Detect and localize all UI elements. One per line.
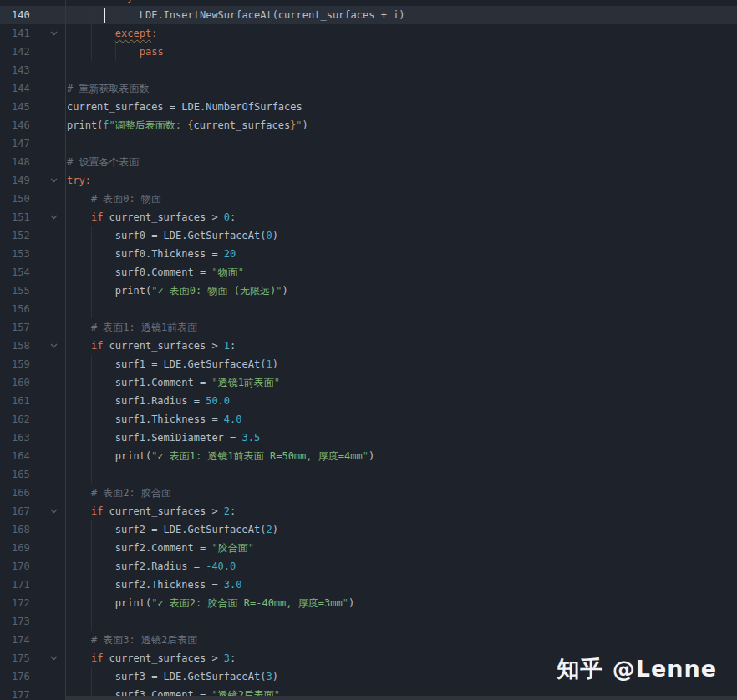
code-line[interactable]: 164 print("✓ 表面1: 透镜1前表面 R=50mm, 厚度=4mm"…	[0, 447, 737, 465]
line-number: 160	[12, 373, 30, 392]
code-text: print(f"调整后表面数: {current_surfaces}")	[66, 116, 737, 134]
code-token: except	[115, 28, 151, 39]
code-line[interactable]: 171 surf2.Thickness = 3.0	[0, 576, 737, 594]
code-token: pass	[140, 46, 164, 58]
code-line[interactable]: 153 surf0.Thickness = 20	[0, 245, 737, 263]
code-line[interactable]: 172 print("✓ 表面2: 胶合面 R=-40mm, 厚度=3mm")	[0, 594, 737, 612]
code-token: :	[230, 211, 236, 223]
indent-guide	[91, 539, 92, 557]
code-line[interactable]: 140 LDE.InsertNewSurfaceAt(current_surfa…	[0, 6, 737, 24]
code-token: :	[230, 340, 236, 352]
code-text: surf0 = LDE.GetSurfaceAt(0)	[66, 226, 737, 245]
code-line[interactable]: 145current_surfaces = LDE.NumberOfSurfac…	[0, 98, 737, 116]
gutter: 171	[0, 576, 66, 594]
code-token: surf1 = LDE.GetSurfaceAt(	[115, 358, 267, 370]
code-line[interactable]: 166 # 表面2: 胶合面	[0, 484, 737, 502]
code-token: 透镜1前表面	[218, 377, 274, 388]
code-token: print(	[115, 285, 151, 297]
code-line[interactable]: 155 print("✓ 表面0: 物面 (无限远)")	[0, 282, 737, 300]
fold-chevron-icon[interactable]	[47, 502, 60, 520]
indent-guide	[91, 245, 92, 263]
code-line[interactable]: 158 if current_surfaces > 1:	[0, 337, 737, 355]
code-line[interactable]: 162 surf1.Thickness = 4.0	[0, 410, 737, 429]
code-line[interactable]: 163 surf1.SemiDiameter = 3.5	[0, 429, 737, 447]
gutter: 159	[0, 355, 66, 373]
indent-guide	[91, 465, 92, 484]
line-number: 171	[12, 576, 30, 594]
code-token: try:	[115, 0, 140, 3]
indent-guide	[91, 226, 92, 245]
fold-chevron-icon[interactable]	[47, 171, 60, 190]
code-token: LDE.InsertNewSurfaceAt(current_surfaces …	[140, 9, 405, 21]
code-text: print("✓ 表面1: 透镜1前表面 R=50mm, 厚度=4mm")	[66, 447, 737, 465]
line-number: 156	[12, 300, 30, 318]
code-text: try:	[66, 0, 737, 6]
code-line[interactable]: 146print(f"调整后表面数: {current_surfaces}")	[0, 116, 737, 134]
code-line[interactable]: 159 surf1 = LDE.GetSurfaceAt(1)	[0, 355, 737, 373]
code-line[interactable]: 139 try:	[0, 0, 737, 6]
line-number: 166	[12, 484, 30, 502]
code-token: "	[274, 377, 280, 388]
code-line[interactable]: 142 pass	[0, 43, 737, 61]
line-number: 169	[12, 539, 30, 557]
code-line[interactable]: 161 surf1.Radius = 50.0	[0, 392, 737, 410]
code-line[interactable]: 144# 重新获取表面数	[0, 79, 737, 98]
line-number: 145	[12, 98, 30, 116]
code-line[interactable]: 160 surf1.Comment = "透镜1前表面"	[0, 373, 737, 392]
line-number: 162	[12, 410, 30, 429]
code-line[interactable]: 157 # 表面1: 透镜1前表面	[0, 318, 737, 337]
code-line[interactable]: 154 surf0.Comment = "物面"	[0, 263, 737, 282]
code-line[interactable]: 170 surf2.Radius = -40.0	[0, 557, 737, 576]
code-token	[67, 322, 91, 333]
code-line[interactable]: 143	[0, 61, 737, 79]
code-token: if	[91, 340, 103, 352]
code-token	[67, 634, 91, 646]
code-token: 2	[266, 524, 272, 535]
code-line[interactable]: 148# 设置各个表面	[0, 153, 737, 171]
code-text: surf2.Comment = "胶合面"	[66, 539, 737, 557]
code-line[interactable]: 150 # 表面0: 物面	[0, 190, 737, 208]
fold-chevron-icon[interactable]	[47, 337, 60, 355]
code-line[interactable]: 141 except:	[0, 24, 737, 43]
fold-chevron-icon[interactable]	[47, 208, 60, 226]
code-line[interactable]: 169 surf2.Comment = "胶合面"	[0, 539, 737, 557]
gutter: 160	[0, 373, 66, 392]
gutter: 161	[0, 392, 66, 410]
gutter: 166	[0, 484, 66, 502]
code-text: # 表面2: 胶合面	[66, 484, 737, 502]
code-text: surf2.Radius = -40.0	[66, 557, 737, 576]
code-line[interactable]: 165	[0, 465, 737, 484]
code-line[interactable]: 173	[0, 612, 737, 631]
fold-chevron-icon[interactable]	[47, 24, 60, 43]
code-text: if current_surfaces > 2:	[66, 502, 737, 520]
gutter: 141	[0, 24, 66, 43]
line-number: 175	[12, 649, 30, 667]
code-token	[67, 652, 91, 664]
line-number: 152	[12, 226, 30, 245]
code-text: # 表面0: 物面	[66, 190, 737, 208]
code-token: ✓ 表面0: 物面 (无限远)	[157, 285, 276, 297]
code-line[interactable]: 167 if current_surfaces > 2:	[0, 502, 737, 520]
code-line[interactable]: 156	[0, 300, 737, 318]
code-text: surf1 = LDE.GetSurfaceAt(1)	[66, 355, 737, 373]
line-number: 172	[12, 594, 30, 612]
code-line[interactable]: 152 surf0 = LDE.GetSurfaceAt(0)	[0, 226, 737, 245]
fold-chevron-icon[interactable]	[47, 649, 60, 667]
code-token: "	[343, 597, 348, 609]
chevron-down-icon	[50, 656, 58, 661]
code-line[interactable]: 149try:	[0, 171, 737, 190]
code-text: # 设置各个表面	[66, 153, 737, 171]
horizontal-scrollbar[interactable]	[66, 696, 737, 700]
code-line[interactable]: 168 surf2 = LDE.GetSurfaceAt(2)	[0, 520, 737, 539]
code-token: surf1.Comment =	[115, 377, 212, 388]
chevron-down-icon	[50, 343, 58, 348]
code-editor: 139 try:140 LDE.InsertNewSurfaceAt(curre…	[0, 0, 737, 700]
code-line[interactable]: 147	[0, 134, 737, 153]
code-text: surf0.Thickness = 20	[66, 245, 737, 263]
gutter: 168	[0, 520, 66, 539]
code-line[interactable]: 151 if current_surfaces > 0:	[0, 208, 737, 226]
gutter: 156	[0, 300, 66, 318]
indent-guide	[91, 429, 92, 447]
code-token	[67, 211, 91, 223]
code-line[interactable]: 174 # 表面3: 透镜2后表面	[0, 631, 737, 649]
